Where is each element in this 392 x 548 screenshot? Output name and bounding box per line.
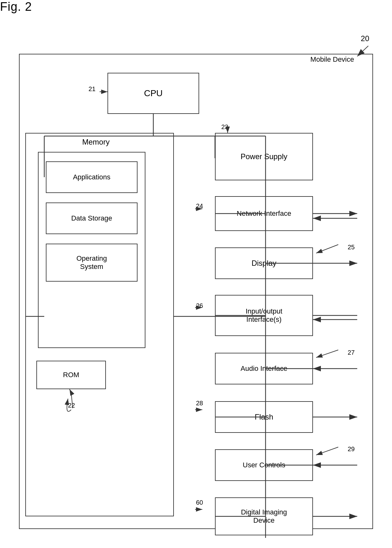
ref-22: 22	[68, 402, 75, 409]
display-label: Display	[252, 259, 277, 268]
figure-title: Fig. 2	[0, 0, 32, 13]
flash-box: Flash	[215, 401, 313, 433]
audio-interface-box: Audio Interface	[215, 353, 313, 384]
ref-28: 28	[196, 400, 203, 407]
data-storage-box: Data Storage	[46, 202, 138, 234]
ref-23: 23	[221, 123, 228, 131]
io-interface-label: Input/outputInterface(s)	[246, 307, 282, 324]
digital-imaging-box: Digital ImagingDevice	[215, 497, 313, 535]
os-label: OperatingSystem	[77, 254, 107, 271]
memory-label: Memory	[82, 138, 110, 146]
power-supply-box: Power Supply	[215, 133, 313, 180]
ref-26: 26	[196, 302, 203, 309]
applications-label: Applications	[73, 173, 111, 181]
data-storage-label: Data Storage	[71, 214, 112, 222]
audio-interface-label: Audio Interface	[241, 364, 287, 373]
flash-label: Flash	[255, 413, 273, 421]
digital-imaging-label: Digital ImagingDevice	[241, 508, 287, 525]
cpu-label: CPU	[144, 88, 162, 98]
rom-label: ROM	[63, 371, 79, 379]
user-controls-box: User Controls	[215, 449, 313, 481]
ref-24: 24	[196, 202, 203, 210]
network-interface-label: Network Interface	[237, 209, 291, 218]
ref-20: 20	[361, 34, 369, 43]
io-interface-box: Input/outputInterface(s)	[215, 295, 313, 336]
os-box: OperatingSystem	[46, 244, 138, 282]
ref-27: 27	[348, 349, 355, 356]
applications-box: Applications	[46, 161, 138, 193]
ref-21: 21	[89, 85, 95, 93]
display-box: Display	[215, 247, 313, 279]
ref-29: 29	[348, 445, 355, 453]
rom-box: ROM	[36, 361, 106, 389]
cpu-box: CPU	[107, 73, 199, 114]
user-controls-label: User Controls	[243, 461, 285, 469]
power-supply-label: Power Supply	[241, 152, 287, 161]
ref-60: 60	[196, 499, 203, 506]
ref-25: 25	[348, 244, 355, 251]
network-interface-box: Network Interface	[215, 196, 313, 231]
